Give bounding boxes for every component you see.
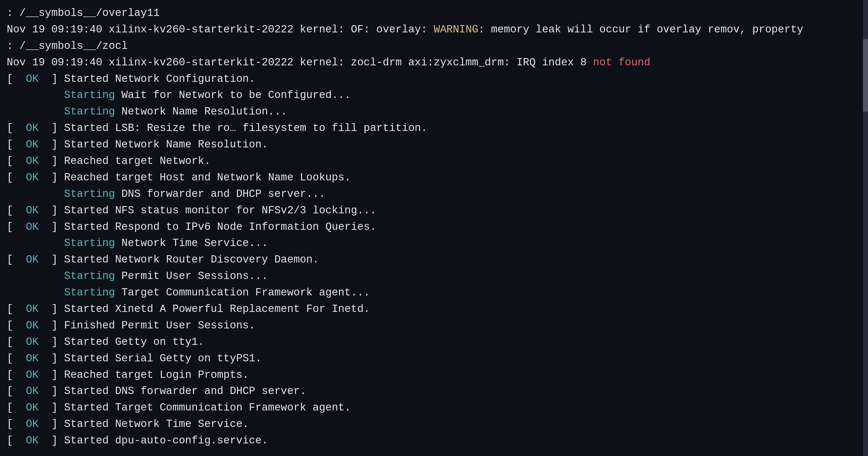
terminal-line-7: Starting Network Name Resolution... xyxy=(7,104,861,120)
terminal-line-blank1 xyxy=(7,449,861,456)
terminal-line-1: : /__symbols__/overlay11 xyxy=(7,5,861,22)
warning-text: WARNING xyxy=(434,24,478,35)
starting-text: Starting xyxy=(64,287,115,298)
ok-status: OK xyxy=(26,418,38,430)
terminal-line-18: Starting Target Communication Framework … xyxy=(7,285,861,301)
terminal-line-23: [ OK ] Reached target Login Prompts. xyxy=(7,367,861,383)
terminal-line-9: [ OK ] Started Network Name Resolution. xyxy=(7,136,861,153)
ok-status: OK xyxy=(26,385,38,397)
terminal-line-12: Starting DNS forwarder and DHCP server..… xyxy=(7,186,861,202)
ok-status: OK xyxy=(26,221,38,233)
terminal-line-21: [ OK ] Started Getty on tty1. xyxy=(7,334,861,351)
ok-status: OK xyxy=(26,352,38,364)
terminal-line-13: [ OK ] Started NFS status monitor for NF… xyxy=(7,202,861,219)
terminal-line-10: [ OK ] Reached target Network. xyxy=(7,153,861,169)
ok-status: OK xyxy=(26,401,38,414)
terminal-line-25: [ OK ] Started Target Communication Fram… xyxy=(7,400,861,416)
scrollbar[interactable] xyxy=(863,0,868,456)
terminal-line-4: Nov 19 09:19:40 xilinx-kv260-starterkit-… xyxy=(7,55,861,71)
starting-text: Starting xyxy=(64,89,115,101)
scrollbar-thumb[interactable] xyxy=(863,39,868,112)
terminal-line-15: Starting Network Time Service... xyxy=(7,235,861,252)
terminal-line-17: Starting Permit User Sessions... xyxy=(7,268,861,285)
ok-status: OK xyxy=(26,171,38,184)
ok-status: OK xyxy=(26,122,38,134)
terminal-line-6: Starting Wait for Network to be Configur… xyxy=(7,87,861,104)
not-found-text: not found xyxy=(593,56,650,68)
terminal-line-11: [ OK ] Reached target Host and Network N… xyxy=(7,169,861,186)
terminal-line-5: [ OK ] Started Network Configuration. xyxy=(7,71,861,88)
ok-status: OK xyxy=(26,303,38,315)
terminal: : /__symbols__/overlay11 Nov 19 09:19:40… xyxy=(0,0,868,456)
terminal-line-2: Nov 19 09:19:40 xilinx-kv260-starterkit-… xyxy=(7,22,861,38)
ok-status: OK xyxy=(26,320,38,331)
starting-text: Starting xyxy=(64,270,115,282)
ok-status: OK xyxy=(26,138,38,151)
terminal-line-26: [ OK ] Started Network Time Service. xyxy=(7,416,861,432)
ok-status: OK xyxy=(26,369,38,381)
ok-status: OK xyxy=(26,204,38,217)
terminal-line-14: [ OK ] Started Respond to IPv6 Node Info… xyxy=(7,219,861,235)
ok-status: OK xyxy=(26,73,38,85)
terminal-line-27: [ OK ] Started dpu-auto-config.service. xyxy=(7,432,861,449)
terminal-line-3: : /__symbols__/zocl xyxy=(7,38,861,55)
ok-status: OK xyxy=(26,254,38,266)
ok-status: OK xyxy=(26,336,38,348)
ok-status: OK xyxy=(26,434,38,447)
terminal-line-16: [ OK ] Started Network Router Discovery … xyxy=(7,252,861,268)
starting-text: Starting xyxy=(64,237,115,249)
terminal-line-8: [ OK ] Started LSB: Resize the ro… files… xyxy=(7,120,861,136)
terminal-line-22: [ OK ] Started Serial Getty on ttyPS1. xyxy=(7,351,861,367)
ok-status: OK xyxy=(26,155,38,167)
starting-text: Starting xyxy=(64,105,115,118)
terminal-line-24: [ OK ] Started DNS forwarder and DHCP se… xyxy=(7,383,861,400)
terminal-line-20: [ OK ] Finished Permit User Sessions. xyxy=(7,318,861,334)
starting-text: Starting xyxy=(64,188,115,200)
terminal-line-19: [ OK ] Started Xinetd A Powerful Replace… xyxy=(7,301,861,318)
